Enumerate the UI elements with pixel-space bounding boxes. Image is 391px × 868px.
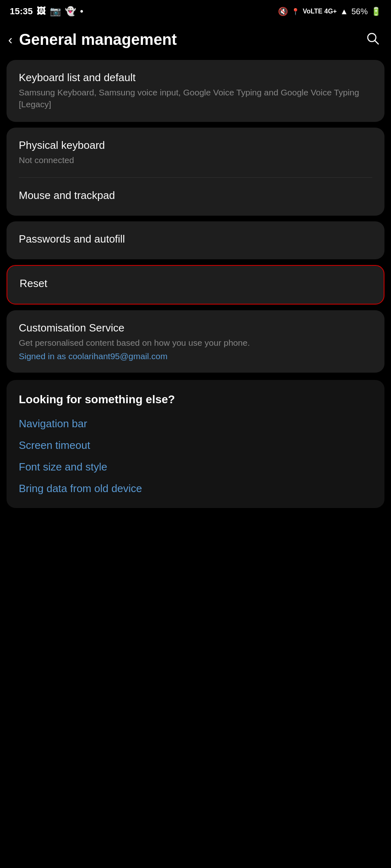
bring-data-link[interactable]: Bring data from old device [19, 482, 372, 495]
instagram-icon: 📷 [50, 6, 61, 17]
customisation-item[interactable]: Customisation Service Get personalised c… [7, 310, 384, 372]
reset-item[interactable]: Reset [7, 265, 384, 305]
battery-level: 56% [351, 7, 368, 16]
font-size-link[interactable]: Font size and style [19, 461, 372, 473]
status-bar: 15:35 🖼 📷 👻 • 🔇 📍 VoLTE 4G+ ▲ 56% 🔋 [0, 0, 391, 21]
svg-line-1 [375, 40, 379, 44]
status-bar-left: 15:35 🖼 📷 👻 • [10, 6, 83, 17]
keyboard-list-title: Keyboard list and default [19, 71, 372, 84]
status-bar-right: 🔇 📍 VoLTE 4G+ ▲ 56% 🔋 [278, 7, 381, 16]
mouse-trackpad-title: Mouse and trackpad [19, 189, 372, 202]
page-header: ‹ General management [0, 21, 391, 60]
snapchat-icon: 👻 [65, 6, 76, 17]
navigation-bar-link[interactable]: Navigation bar [19, 417, 372, 430]
keyboard-mouse-group: Physical keyboard Not connected Mouse an… [7, 128, 384, 216]
signal-icon: ▲ [340, 7, 348, 16]
content-area: Keyboard list and default Samsung Keyboa… [0, 60, 391, 508]
physical-keyboard-subtitle: Not connected [19, 154, 372, 166]
looking-section: Looking for something else? Navigation b… [7, 380, 384, 508]
reset-title: Reset [20, 277, 371, 290]
customisation-title: Customisation Service [19, 322, 372, 334]
back-button[interactable]: ‹ [8, 32, 13, 47]
looking-title: Looking for something else? [19, 393, 372, 406]
keyboard-list-item[interactable]: Keyboard list and default Samsung Keyboa… [7, 60, 384, 122]
location-icon: 📍 [291, 8, 300, 15]
keyboard-list-subtitle: Samsung Keyboard, Samsung voice input, G… [19, 86, 372, 110]
search-button[interactable] [366, 31, 380, 49]
page-title: General management [19, 31, 177, 49]
status-time: 15:35 [10, 6, 33, 17]
mute-icon: 🔇 [278, 7, 288, 16]
passwords-title: Passwords and autofill [19, 233, 372, 245]
physical-keyboard-item[interactable]: Physical keyboard Not connected [7, 128, 384, 177]
gallery-icon: 🖼 [37, 6, 46, 17]
battery-icon: 🔋 [371, 7, 381, 16]
physical-keyboard-title: Physical keyboard [19, 139, 372, 152]
screen-timeout-link[interactable]: Screen timeout [19, 439, 372, 452]
signed-in-text: Signed in as coolarihant95@gmail.com [19, 351, 372, 361]
dot-icon: • [80, 6, 83, 17]
volte-icon: VoLTE 4G+ [303, 8, 337, 15]
mouse-trackpad-item[interactable]: Mouse and trackpad [7, 178, 384, 216]
customisation-subtitle: Get personalised content based on how yo… [19, 337, 372, 349]
passwords-item[interactable]: Passwords and autofill [7, 221, 384, 259]
